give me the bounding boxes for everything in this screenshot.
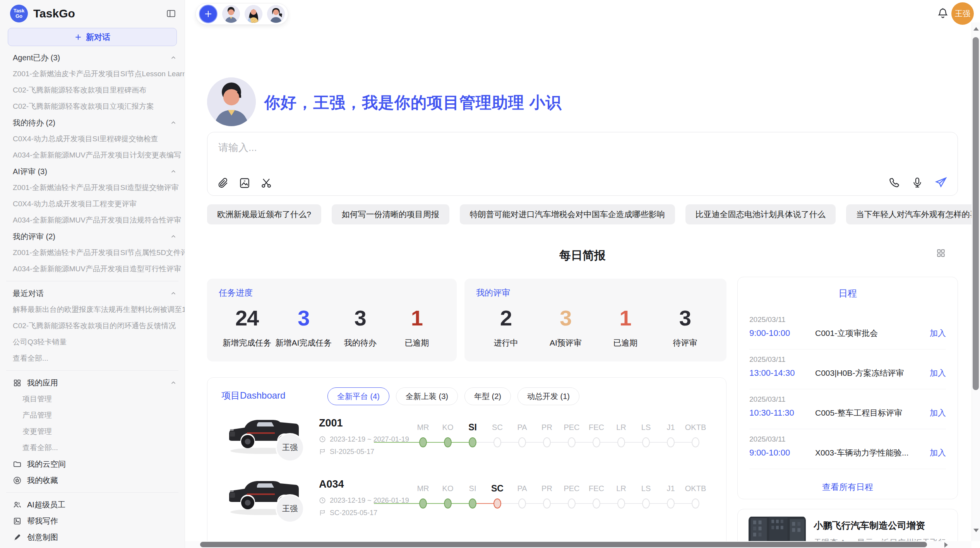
section-title: 最近对话 [13,288,44,299]
stat-pending-review: 3 待评审 [655,307,715,348]
schedule-time: 13:00-14:30 [749,368,815,378]
scroll-right-arrow[interactable] [944,542,948,548]
view-all-schedule-link[interactable]: 查看所有日程 [749,481,946,493]
section-ai-review[interactable]: AI评审 (3) [0,163,185,180]
sidebar-item-favorites[interactable]: 我的收藏 [0,472,185,488]
add-agent-button[interactable] [199,5,218,23]
send-icon[interactable] [934,176,947,189]
stat-value: 3 [560,307,571,330]
list-item[interactable]: C0X4-动力总成开发项目工程变更评审 [0,196,185,212]
join-button[interactable]: 加入 [930,328,946,339]
list-item[interactable]: C02-飞腾新能源轻客改款项目的闭环通告反馈情况 [0,318,185,334]
milestone-label: J1 [666,420,675,434]
vertical-scrollbar-thumb[interactable] [973,37,979,390]
project-row[interactable]: 王强 A034 2023-12-19 ~ 2026-01-19 SC-2025-… [207,439,726,500]
people-icon [13,500,22,509]
notification-bell-icon[interactable] [937,7,949,19]
milestone-label: MR [417,481,429,495]
sidebar-item-help-write[interactable]: 帮我写作 [0,513,185,529]
list-item[interactable]: 解释最新出台的欧盟报废车法规再生塑料比例被调至15%... [0,301,185,318]
list-item[interactable]: A034-全新新能源MUV产品开发项目计划变更表编写 [0,147,185,163]
section-my-review[interactable]: 我的评审 (2) [0,228,185,245]
image-upload-icon[interactable] [238,177,251,189]
avatar[interactable] [222,5,240,23]
user-avatar[interactable]: 王强 [951,2,974,25]
join-button[interactable]: 加入 [930,368,946,378]
suggestion-chip[interactable]: 比亚迪全固态电池计划具体说了什么 [685,204,836,224]
join-button[interactable]: 加入 [930,408,946,418]
sidebar-item-my-apps[interactable]: 我的应用 [0,375,185,391]
chevron-up-icon [170,379,177,386]
milestone-label: OKTB [685,420,706,434]
stat-value: 1 [620,307,631,330]
card-title: 我的评审 [476,288,715,298]
star-badge-icon [13,476,22,485]
sidebar-item-label: 我的云空间 [27,459,66,469]
join-button[interactable]: 加入 [930,447,946,458]
suggestion-chip[interactable]: 当下年轻人对汽车外观有怎样的喜好趋势 [846,204,980,224]
schedule-item[interactable]: 2025/03/11 10:30-11:30 C005-整车工程目标评审 加入 [749,389,946,429]
schedule-item[interactable]: 2025/03/11 13:00-14:30 C003|H0B-方案冻结评审 加… [749,349,946,389]
app-item-product-mgmt[interactable]: 产品管理 [0,407,185,423]
app-logo: Task Go [10,5,28,22]
list-item[interactable]: Z001-全新燃油皮卡产品开发项目SI节点Lesson Learn报告 [0,66,185,82]
chevron-up-icon [170,168,177,175]
suggestion-chip[interactable]: 特朗普可能对进口汽车增税会对中国车企造成哪些影响 [460,204,675,224]
milestone-label: SC [492,420,503,434]
schedule-name: X003-车辆动力学性能验... [815,447,909,458]
quick-access-bar [195,3,288,25]
sidebar-collapse-icon[interactable] [166,9,176,19]
schedule-item[interactable]: 2025/03/11 9:00-10:00 X003-车辆动力学性能验... 加… [749,429,946,469]
view-all-chats-link[interactable]: 查看全部... [0,350,185,366]
scroll-up-arrow[interactable] [973,27,979,31]
attachment-icon[interactable] [217,177,229,189]
stat-value: 3 [298,307,309,330]
app-item-change-mgmt[interactable]: 变更管理 [0,423,185,440]
list-item[interactable]: 公司Q3轻卡销量 [0,334,185,350]
assistant-avatar [207,77,256,126]
sidebar-item-ai-employee[interactable]: AI超级员工 [0,497,185,513]
list-item[interactable]: A034-全新新能源MUV产品开发项目造型可行性评审 [0,261,185,277]
milestone-label: LR [616,481,626,495]
sidebar-item-label: AI超级员工 [27,500,65,510]
list-item[interactable]: C0X4-动力总成开发项目SI里程碑提交物检查 [0,131,185,147]
avatar[interactable] [267,5,285,23]
section-recent-chats[interactable]: 最近对话 [0,285,185,301]
chat-input[interactable] [218,140,684,164]
milestone-label: SC [491,481,504,495]
sidebar-item-label: 我的收藏 [27,475,58,486]
suggestion-chip[interactable]: 欧洲新规最近颁布了什么? [207,204,321,224]
avatar[interactable] [245,5,262,23]
new-chat-label: 新对话 [86,32,110,43]
list-item[interactable]: Z001-全新燃油轻卡产品开发项目SI节点属性5D文件评审 [0,245,185,261]
milestone-dot [617,498,625,509]
sidebar-item-cloud-space[interactable]: 我的云空间 [0,456,185,472]
stat-value: 3 [679,307,691,330]
grid-icon [13,378,22,387]
section-my-todo[interactable]: 我的待办 (2) [0,115,185,131]
list-item[interactable]: Z001-全新燃油轻卡产品开发项目SI造型提交物评审 [0,180,185,196]
layout-grid-icon[interactable] [936,248,946,258]
microphone-icon[interactable] [911,176,923,189]
sidebar-header: Task Go TaskGo [0,0,185,27]
view-all-apps-link[interactable]: 查看全部... [0,440,185,456]
schedule-item[interactable]: 2025/03/11 9:00-10:00 C001-立项审批会 加入 [749,310,946,349]
section-agent-done[interactable]: Agent已办 (3) [0,50,185,66]
stat-value: 2 [500,307,512,330]
suggestion-chip[interactable]: 如何写一份清晰的项目周报 [332,204,449,224]
milestone-dot [617,437,625,447]
list-item[interactable]: C02-飞腾新能源轻客改款项目立项汇报方案 [0,98,185,115]
app-item-project-mgmt[interactable]: 项目管理 [0,391,185,407]
phone-icon[interactable] [888,176,900,189]
list-item[interactable]: C02-飞腾新能源轻客改款项目里程碑画布 [0,82,185,98]
scissors-icon[interactable] [260,177,272,189]
project-row[interactable]: 王强 Z001 2023-12-19 ~ 2027-01-19 SI-2025-… [207,378,726,439]
milestone-label: MR [417,420,429,434]
new-chat-button[interactable]: 新对话 [8,28,177,46]
scroll-down-arrow[interactable] [973,529,979,532]
schedule-time: 10:30-11:30 [749,408,815,418]
horizontal-scrollbar-thumb[interactable] [200,542,927,547]
list-item[interactable]: A034-全新新能源MUV产品开发项目法规符合性评审 [0,212,185,228]
sidebar-item-creative-draw[interactable]: 创意制图 [0,529,185,545]
task-progress-card: 任务进度 24 新增完成任务 3 新增AI完成任务 3 我的待办 1 已逾期 [207,279,457,361]
